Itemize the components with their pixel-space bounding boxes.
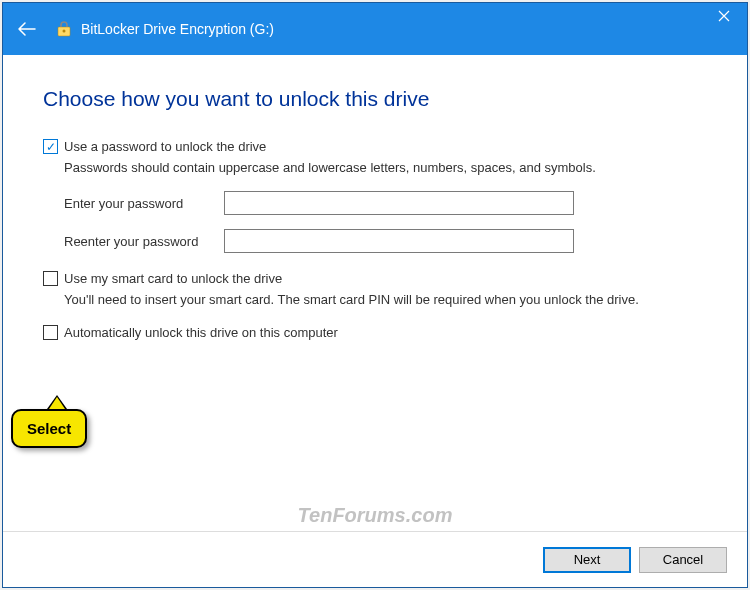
use-password-label: Use a password to unlock the drive (64, 139, 266, 154)
smartcard-hint: You'll need to insert your smart card. T… (64, 292, 707, 307)
reenter-password-label: Reenter your password (64, 234, 224, 249)
bitlocker-icon (55, 20, 73, 38)
callout-text: Select (11, 409, 87, 448)
wizard-footer: Next Cancel (3, 531, 747, 587)
enter-password-label: Enter your password (64, 196, 224, 211)
auto-unlock-option-group: Automatically unlock this drive on this … (43, 325, 707, 340)
close-icon (718, 10, 730, 22)
svg-point-1 (63, 30, 66, 33)
auto-unlock-label: Automatically unlock this drive on this … (64, 325, 338, 340)
page-heading: Choose how you want to unlock this drive (43, 87, 707, 111)
back-arrow-icon (18, 22, 36, 36)
use-smartcard-checkbox[interactable] (43, 271, 58, 286)
wizard-content: Choose how you want to unlock this drive… (3, 55, 747, 531)
reenter-password-input[interactable] (224, 229, 574, 253)
use-smartcard-label: Use my smart card to unlock the drive (64, 271, 282, 286)
auto-unlock-checkbox[interactable] (43, 325, 58, 340)
next-button[interactable]: Next (543, 547, 631, 573)
titlebar: BitLocker Drive Encryption (G:) (3, 3, 747, 55)
smartcard-option-group: Use my smart card to unlock the drive Yo… (43, 271, 707, 307)
password-option-group: ✓ Use a password to unlock the drive Pas… (43, 139, 707, 253)
use-password-checkbox[interactable]: ✓ (43, 139, 58, 154)
annotation-callout: Select (11, 395, 87, 448)
callout-tail-icon (47, 395, 67, 409)
window-title: BitLocker Drive Encryption (G:) (81, 21, 274, 37)
enter-password-input[interactable] (224, 191, 574, 215)
check-icon: ✓ (46, 141, 56, 153)
password-hint: Passwords should contain uppercase and l… (64, 160, 707, 175)
cancel-button[interactable]: Cancel (639, 547, 727, 573)
bitlocker-wizard-window: BitLocker Drive Encryption (G:) Choose h… (2, 2, 748, 588)
back-button[interactable] (15, 17, 39, 41)
close-button[interactable] (701, 1, 747, 31)
